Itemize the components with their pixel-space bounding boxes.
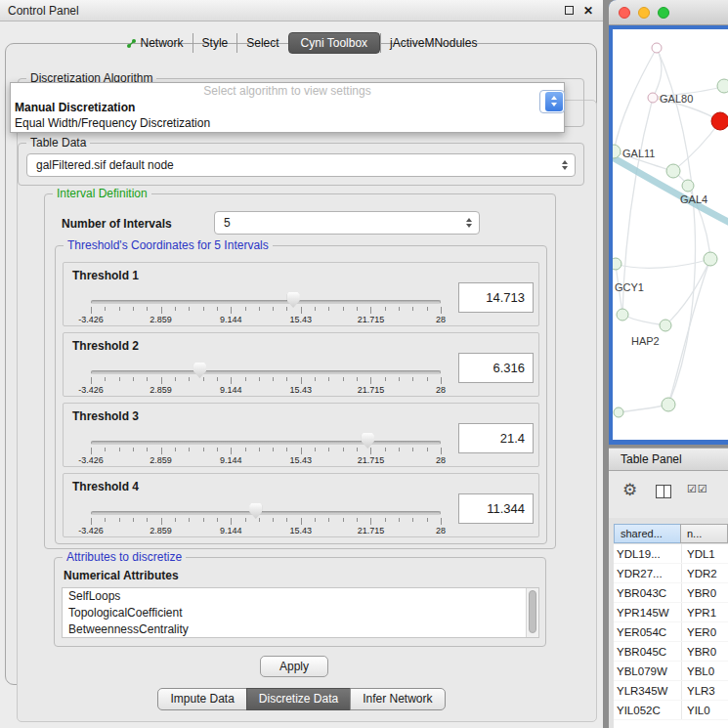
threshold-slider[interactable]: -3.4262.8599.14415.4321.71528 xyxy=(91,433,441,466)
attribute-item[interactable]: BetweennessCentrality xyxy=(63,621,538,638)
network-edge[interactable] xyxy=(619,405,668,412)
table-row[interactable]: YPR145WYPR1 xyxy=(614,603,728,622)
zoom-traffic-light-icon[interactable] xyxy=(658,7,669,19)
tick-mark xyxy=(119,377,120,381)
node-labels: GAL80 GAL11 GAL4 GCY1 HAP2 xyxy=(615,93,707,347)
tab-impute-data[interactable]: Impute Data xyxy=(157,688,246,710)
network-node[interactable] xyxy=(660,320,671,331)
tab-cyni-toolbox[interactable]: Cyni Toolbox xyxy=(288,32,380,54)
threshold-value-field[interactable]: 6.316 xyxy=(458,353,534,383)
list-scrollbar[interactable] xyxy=(526,588,538,637)
threshold-slider[interactable]: -3.4262.8599.14415.4321.71528 xyxy=(91,503,441,536)
network-node[interactable] xyxy=(666,164,680,178)
tick-mark xyxy=(119,518,120,522)
tick-mark xyxy=(91,307,92,314)
threshold-value-field[interactable]: 14.713 xyxy=(458,282,534,313)
tick-mark xyxy=(147,518,148,522)
threshold-value-field[interactable]: 21.4 xyxy=(458,423,534,453)
table-row[interactable]: YDL19...YDL1 xyxy=(614,544,728,564)
slider-thumb[interactable] xyxy=(287,292,300,308)
tick-label: 2.859 xyxy=(150,385,172,395)
table-row[interactable]: YBL079WYBL0 xyxy=(614,662,728,681)
table-row[interactable]: YDR27...YDR2 xyxy=(614,564,728,583)
tick-label: 28 xyxy=(436,315,446,324)
attribute-item[interactable]: TopologicalCoefficient xyxy=(63,605,538,621)
threshold-slider[interactable]: -3.4262.8599.14415.4321.71528 xyxy=(91,363,441,396)
network-node[interactable] xyxy=(717,79,728,93)
tick-labels: -3.4262.8599.14415.4321.71528 xyxy=(91,455,441,466)
network-node[interactable] xyxy=(662,398,675,411)
tab-select[interactable]: Select xyxy=(236,33,287,53)
table-row[interactable]: YBR043CYBR0 xyxy=(614,583,728,603)
number-of-intervals-combobox[interactable]: 5 xyxy=(214,211,480,235)
tick-label: -3.426 xyxy=(78,315,104,324)
network-edge[interactable] xyxy=(616,259,710,268)
tick-mark xyxy=(343,448,344,451)
network-node[interactable] xyxy=(682,180,694,192)
network-node[interactable] xyxy=(648,93,658,103)
numerical-attributes-list[interactable]: SelfLoopsTopologicalCoefficientBetweenne… xyxy=(62,587,539,638)
table-row[interactable]: YLR345WYLR3 xyxy=(614,681,728,701)
tick-mark xyxy=(286,518,287,522)
select-columns-icon[interactable]: ☑☑ xyxy=(687,483,708,495)
apply-button[interactable]: Apply xyxy=(260,656,328,677)
network-canvas[interactable]: GAL80 GAL11 GAL4 GCY1 HAP2 xyxy=(613,29,728,440)
tab-discretize-data[interactable]: Discretize Data xyxy=(246,688,351,710)
tab-network[interactable]: Network xyxy=(117,33,193,53)
tick-mark xyxy=(259,307,260,311)
tab-style[interactable]: Style xyxy=(193,33,237,53)
table-row[interactable]: YBR045CYBR0 xyxy=(614,642,728,662)
combobox-arrows-icon xyxy=(562,160,568,170)
threshold-slider[interactable]: -3.4262.8599.14415.4321.71528 xyxy=(91,292,441,325)
table-row[interactable]: YER054CYER0 xyxy=(614,622,728,642)
cell-shared-name: YLR345W xyxy=(614,685,681,697)
network-edge[interactable] xyxy=(622,315,665,325)
tick-label: 9.144 xyxy=(220,526,242,535)
menu-item-manual-discretization[interactable]: Manual Discretization xyxy=(11,100,564,115)
control-panel-window: Control Panel ✕ NetworkStyleSelectCyni T… xyxy=(0,0,603,728)
tick-labels: -3.4262.8599.14415.4321.71528 xyxy=(91,315,441,325)
gear-icon[interactable]: ⚙ xyxy=(622,480,637,500)
algorithm-combobox-button[interactable] xyxy=(539,90,565,113)
column-header-shared-name[interactable]: shared... xyxy=(614,524,681,543)
tick-mark xyxy=(328,377,329,381)
network-window-titlebar[interactable] xyxy=(609,0,728,25)
tick-mark xyxy=(301,377,302,384)
tab-infer-network[interactable]: Infer Network xyxy=(350,688,445,710)
network-edge[interactable] xyxy=(668,259,710,405)
network-node[interactable] xyxy=(613,145,621,158)
slider-thumb[interactable] xyxy=(193,363,206,378)
network-node[interactable] xyxy=(613,258,621,270)
menu-item-equal-width-frequency[interactable]: Equal Width/Frequency Discretization xyxy=(11,115,564,131)
threshold-value-field[interactable]: 11.344 xyxy=(458,493,534,524)
network-edge[interactable] xyxy=(673,121,720,171)
network-node[interactable] xyxy=(614,407,623,417)
column-header-name[interactable]: n... xyxy=(680,524,728,543)
tick-mark xyxy=(217,448,218,451)
network-node[interactable] xyxy=(704,252,717,266)
network-node[interactable] xyxy=(617,309,628,321)
control-panel-titlebar[interactable]: Control Panel ✕ xyxy=(0,0,603,21)
columns-icon[interactable] xyxy=(656,485,671,498)
float-window-icon[interactable] xyxy=(565,6,574,15)
tick-label: 21.715 xyxy=(358,315,385,324)
node-label-hap2: HAP2 xyxy=(631,335,660,347)
tab-label: Select xyxy=(246,36,278,50)
network-edge[interactable] xyxy=(665,259,710,325)
slider-thumb[interactable] xyxy=(362,433,374,449)
tab-jactivemnodules[interactable]: jActiveMNodules xyxy=(380,33,486,53)
close-traffic-light-icon[interactable] xyxy=(619,7,630,19)
table-data-combobox[interactable]: galFiltered.sif default node xyxy=(26,153,576,177)
table-row[interactable]: YIL052CYIL0 xyxy=(614,701,728,720)
tick-mark xyxy=(105,448,106,451)
minimize-traffic-light-icon[interactable] xyxy=(638,7,650,19)
table-panel-titlebar[interactable]: Table Panel xyxy=(609,448,728,471)
scrollbar-thumb[interactable] xyxy=(529,590,536,633)
slider-thumb[interactable] xyxy=(249,503,262,519)
close-window-icon[interactable]: ✕ xyxy=(583,0,593,21)
attribute-item[interactable]: SelfLoops xyxy=(63,588,538,605)
tick-mark xyxy=(273,377,274,381)
selected-node[interactable] xyxy=(711,112,728,130)
cell-name: YPR1 xyxy=(681,603,728,621)
network-node[interactable] xyxy=(652,43,662,53)
